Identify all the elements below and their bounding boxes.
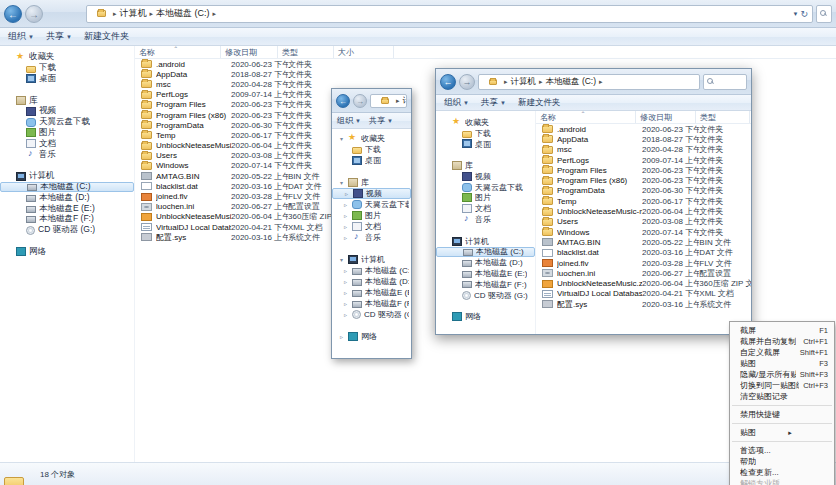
nav-item[interactable]: 本地磁盘 (D:): [0, 192, 134, 203]
menu-item[interactable]: 禁用快捷键: [730, 409, 834, 420]
breadcrumb-disk-c[interactable]: 本地磁盘 (C:): [156, 7, 210, 20]
menu-item[interactable]: 截屏 F1: [730, 325, 834, 336]
tree-arrow-icon[interactable]: ▹: [342, 311, 349, 318]
nav-item[interactable]: [436, 149, 535, 160]
organize-button[interactable]: 组织▼: [8, 30, 34, 43]
nav-item[interactable]: 图片: [436, 193, 535, 204]
menu-item[interactable]: [732, 423, 832, 424]
tree-arrow-icon[interactable]: ▹: [342, 278, 349, 285]
tree-arrow-icon[interactable]: ▹: [338, 333, 345, 340]
organize-button[interactable]: 组织▼: [337, 115, 361, 126]
file-row[interactable]: VirtualDJ Local Database v6.xml 2020-04-…: [536, 289, 751, 299]
tree-arrow-icon[interactable]: ▾: [338, 179, 345, 186]
nav-item[interactable]: 本地磁盘 (C:): [0, 182, 134, 193]
front-titlebar[interactable]: ← → ▸ 计算机 ▸ 本地磁盘 (C:) ▸: [436, 69, 751, 95]
file-row[interactable]: Temp 2020-06-17 下午... 文件夹: [536, 196, 751, 206]
menu-item[interactable]: [732, 405, 832, 406]
nav-item[interactable]: 视频: [0, 106, 134, 117]
tree-arrow-icon[interactable]: ▹: [342, 267, 349, 274]
nav-item[interactable]: 收藏夹: [0, 52, 134, 63]
nav-item[interactable]: 文档: [0, 138, 134, 149]
file-row[interactable]: .android 2020-06-23 下午... 文件夹: [536, 124, 751, 134]
file-row[interactable]: UnblockNeteaseMusic-master 2020-06-04 上午…: [536, 206, 751, 216]
search-input[interactable]: [703, 74, 747, 90]
nav-item[interactable]: 音乐: [0, 149, 134, 160]
nav-item[interactable]: ▹ 本地磁盘F (F:): [332, 298, 411, 309]
forward-button[interactable]: →: [459, 74, 475, 90]
new-folder-button[interactable]: 新建文件夹: [518, 97, 561, 109]
nav-item[interactable]: [0, 236, 134, 247]
file-row[interactable]: ProgramData 2020-06-30 下午... 文件夹: [536, 186, 751, 196]
nav-item[interactable]: ▹ CD 驱动器 (G:): [332, 309, 411, 320]
file-row[interactable]: joined.flv 2020-03-28 上午... FLV 文件: [536, 258, 751, 268]
tree-arrow-icon[interactable]: ▹: [342, 223, 349, 230]
nav-item[interactable]: 本地磁盘F (F:): [436, 279, 535, 290]
nav-item[interactable]: ▹ 天翼云盘下载: [332, 199, 411, 210]
file-row[interactable]: Windows 2020-07-14 下午... 文件夹: [536, 227, 751, 237]
nav-item[interactable]: 本地磁盘 (C:): [436, 247, 535, 258]
nav-item[interactable]: 桌面: [436, 139, 535, 150]
menu-item[interactable]: 贴图 ▸: [730, 427, 834, 438]
nav-item[interactable]: [436, 225, 535, 236]
address-bar[interactable]: ▸ 计算机: [370, 94, 407, 108]
file-row[interactable]: 配置.sys 2020-03-16 上午... 系统文件: [536, 299, 751, 309]
nav-item[interactable]: 库: [436, 160, 535, 171]
nav-item[interactable]: 桌面: [0, 74, 134, 85]
nav-item[interactable]: 天翼云盘下载: [436, 182, 535, 193]
tree-arrow-icon[interactable]: ▹: [342, 300, 349, 307]
tree-arrow-icon[interactable]: ▾: [338, 256, 345, 263]
menu-item[interactable]: 贴图 F3: [730, 358, 834, 369]
nav-item[interactable]: ▹ 音乐: [332, 232, 411, 243]
breadcrumb-computer[interactable]: 计算机: [403, 95, 407, 106]
nav-item[interactable]: [0, 84, 134, 95]
menu-item[interactable]: 截屏并自动复制 Ctrl+F1: [730, 336, 834, 347]
nav-item[interactable]: 下载: [0, 63, 134, 74]
nav-item[interactable]: ▹ 图片: [332, 210, 411, 221]
menu-item[interactable]: 解锁专业版...: [730, 478, 834, 485]
nav-item[interactable]: ▾ 计算机: [332, 254, 411, 265]
nav-item[interactable]: 文档: [436, 203, 535, 214]
column-header-type[interactable]: 类型: [278, 46, 334, 58]
nav-item[interactable]: CD 驱动器 (G:): [436, 290, 535, 301]
forward-button[interactable]: →: [25, 5, 43, 23]
nav-item[interactable]: ▹ 本地磁盘 (C:): [332, 265, 411, 276]
tree-arrow-icon[interactable]: ▹: [342, 201, 349, 208]
nav-item[interactable]: 本地磁盘 (D:): [436, 257, 535, 268]
column-header-type[interactable]: 类型: [696, 111, 750, 123]
nav-item[interactable]: [332, 243, 411, 254]
column-header-name[interactable]: ⌃ 名称: [536, 111, 636, 123]
column-header-date[interactable]: 修改日期: [636, 111, 696, 123]
refresh-icon[interactable]: ↻: [800, 9, 808, 19]
tree-arrow-icon[interactable]: ▾: [338, 135, 345, 142]
search-input[interactable]: [816, 5, 832, 23]
nav-item[interactable]: 下载: [436, 128, 535, 139]
file-row[interactable]: luochen.ini 2020-06-27 上午... 配置设置: [536, 268, 751, 278]
organize-button[interactable]: 组织▼: [444, 97, 469, 109]
breadcrumb-computer[interactable]: 计算机: [511, 76, 537, 88]
nav-item[interactable]: 音乐: [436, 214, 535, 225]
back-button[interactable]: ←: [440, 74, 456, 90]
tree-arrow-icon[interactable]: ▹: [342, 234, 349, 241]
share-button[interactable]: 共享▼: [369, 115, 393, 126]
nav-item[interactable]: 网络: [0, 246, 134, 257]
menu-item[interactable]: 自定义截屏 Shift+F1: [730, 347, 834, 358]
nav-item[interactable]: ▹ 网络: [332, 331, 411, 342]
nav-item[interactable]: 收藏夹: [436, 117, 535, 128]
nav-item[interactable]: [332, 320, 411, 331]
share-button[interactable]: 共享▼: [46, 30, 72, 43]
menu-item[interactable]: 首选项...: [730, 445, 834, 456]
nav-item[interactable]: 本地磁盘E (E:): [0, 203, 134, 214]
file-row[interactable]: msc 2020-04-28 下午... 文件夹: [536, 145, 751, 155]
column-header-name[interactable]: ⌃ 名称: [135, 46, 221, 58]
menu-item[interactable]: 清空贴图记录: [730, 391, 834, 402]
nav-item[interactable]: 下载: [332, 144, 411, 155]
back-button[interactable]: ←: [336, 94, 350, 108]
breadcrumb-disk-c[interactable]: 本地磁盘 (C:): [546, 76, 597, 88]
file-row[interactable]: Users 2020-03-08 上午... 文件夹: [536, 217, 751, 227]
menu-item[interactable]: [732, 441, 832, 442]
breadcrumb-computer[interactable]: 计算机: [120, 7, 147, 20]
nav-item[interactable]: 本地磁盘E (E:): [436, 268, 535, 279]
nav-item[interactable]: 天翼云盘下载: [0, 117, 134, 128]
nav-item[interactable]: [332, 166, 411, 177]
address-bar[interactable]: ▸ 计算机 ▸ 本地磁盘 (C:) ▸ ▼ ↻: [86, 5, 813, 23]
